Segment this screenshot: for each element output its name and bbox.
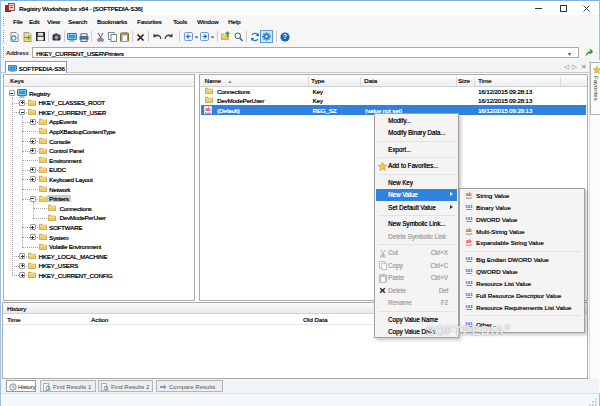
svg-text:101: 101 — [465, 215, 473, 220]
svg-text:101: 101 — [465, 303, 473, 308]
svg-text:ab: ab — [466, 191, 472, 197]
svg-text:101: 101 — [465, 268, 473, 273]
svg-text:ab: ab — [205, 106, 211, 112]
svg-text:101: 101 — [465, 291, 473, 296]
svg-text:ab: ab — [466, 227, 472, 233]
svg-text:101: 101 — [465, 256, 473, 261]
svg-text:ab: ab — [466, 238, 472, 244]
svg-text:?: ? — [283, 33, 287, 40]
svg-text:101: 101 — [465, 203, 473, 208]
svg-text:101: 101 — [465, 279, 473, 284]
